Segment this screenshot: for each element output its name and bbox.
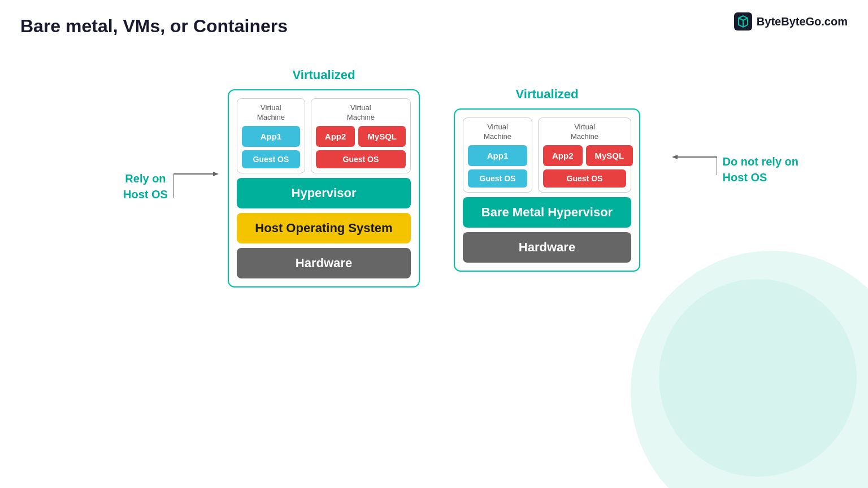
donotrely-annotation: Do not rely on Host OS (655, 152, 798, 186)
right-vm2-label: VirtualMachine (543, 123, 626, 142)
right-hardware: Hardware (463, 232, 631, 263)
left-hypervisor: Hypervisor (237, 178, 411, 208)
left-vm2-guestos: Guest OS (316, 150, 406, 168)
right-vm2-app2: App2 (543, 145, 583, 166)
rely-label: Rely on Host OS (123, 171, 168, 202)
right-section-label: Virtualized (516, 87, 579, 102)
right-diagram-box: VirtualMachine App1 Guest OS VirtualMach… (454, 108, 640, 272)
rely-line1: Rely on (125, 172, 166, 185)
right-vm1-card: VirtualMachine App1 Guest OS (463, 117, 532, 193)
donotrely-label: Do not rely on Host OS (723, 154, 798, 185)
page-title: Bare metal, VMs, or Containers (20, 16, 288, 37)
left-section-label: Virtualized (293, 68, 355, 82)
logo: ByteByteGo.com (734, 12, 848, 30)
svg-marker-1 (213, 172, 219, 176)
logo-icon (734, 12, 752, 30)
right-vm2-mysql: MySQL (586, 145, 633, 166)
rely-arrow (173, 169, 236, 203)
right-vm1-app: App1 (468, 145, 527, 166)
rely-line2: Host OS (123, 188, 168, 201)
right-bare-metal: Bare Metal Hypervisor (463, 197, 631, 228)
left-vm2-label: VirtualMachine (316, 103, 406, 123)
left-hardware: Hardware (237, 248, 411, 278)
right-vm1-label: VirtualMachine (468, 123, 527, 142)
svg-marker-2 (672, 155, 678, 159)
main-content: Rely on Host OS Virtualized VirtualMachi… (0, 56, 868, 488)
left-vm-row: VirtualMachine App1 Guest OS VirtualMach… (237, 98, 411, 173)
left-diagram-box: VirtualMachine App1 Guest OS VirtualMach… (228, 89, 420, 287)
donotrely-line2: Host OS (723, 171, 767, 184)
right-vm1-guestos: Guest OS (468, 169, 527, 188)
donotrely-line1: Do not rely on (723, 155, 798, 168)
left-vm1-app: App1 (242, 126, 300, 147)
left-diagram-section: Rely on Host OS Virtualized VirtualMachi… (228, 68, 420, 287)
right-diagram-section: Do not rely on Host OS Virtualized Virtu… (454, 68, 640, 272)
left-vm1-guestos: Guest OS (242, 150, 300, 168)
left-vm2-card: VirtualMachine App2 MySQL Guest OS (311, 98, 411, 173)
left-vm1-card: VirtualMachine App1 Guest OS (237, 98, 305, 173)
donotrely-arrow (655, 152, 717, 186)
right-vm2-guestos: Guest OS (543, 169, 626, 188)
right-vm-row: VirtualMachine App1 Guest OS VirtualMach… (463, 117, 631, 193)
left-vm2-mysql: MySQL (358, 126, 406, 147)
rely-annotation: Rely on Host OS (123, 169, 236, 203)
right-vm2-app-row: App2 MySQL (543, 145, 626, 166)
right-vm2-card: VirtualMachine App2 MySQL Guest OS (538, 117, 631, 193)
left-vm2-app2: App2 (316, 126, 355, 147)
left-vm1-label: VirtualMachine (242, 103, 300, 123)
logo-text: ByteByteGo.com (757, 15, 848, 28)
left-host-os: Host Operating System (237, 213, 411, 243)
left-vm2-app-row: App2 MySQL (316, 126, 406, 147)
